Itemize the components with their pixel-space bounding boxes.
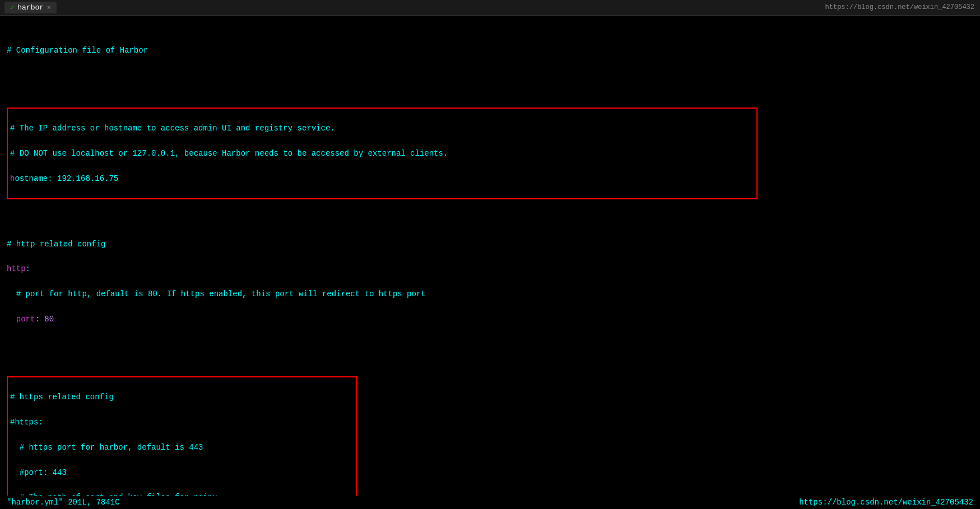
tab-label: harbor xyxy=(17,3,44,12)
status-bar: "harbor.yml" 201L, 7841C https://blog.cs… xyxy=(0,496,980,509)
status-url: https://blog.csdn.net/weixin_42705432 xyxy=(799,498,973,507)
tab-icon: ✓ xyxy=(10,3,14,12)
line-blank-3 xyxy=(7,338,973,351)
line-port-comment: # port for http, default is 80. If https… xyxy=(7,288,973,300)
line-http-comment: # http related config xyxy=(7,238,973,250)
https-block: # https related config #https: # https p… xyxy=(7,376,357,509)
line-localhost-comment: # DO NOT use localhost or 127.0.0.1, bec… xyxy=(10,147,754,160)
line-1: # Configuration file of Harbor xyxy=(7,44,973,57)
line-blank-2 xyxy=(7,213,973,225)
line-port: port: 80 xyxy=(7,313,973,325)
url-bar: https://blog.csdn.net/weixin_42705432 xyxy=(825,3,974,11)
line-ip-comment: # The IP address or hostname to access a… xyxy=(10,122,754,134)
line-http-key: http: xyxy=(7,263,973,275)
line-https-comment: # https related config xyxy=(10,391,354,403)
editor-content: # Configuration file of Harbor # The IP … xyxy=(0,16,980,509)
line-https-port: #port: 443 xyxy=(10,466,354,479)
editor-tab[interactable]: ✓ harbor × xyxy=(4,2,57,13)
line-https-key: #https: xyxy=(10,416,354,428)
hostname-block: # The IP address or hostname to access a… xyxy=(7,108,758,200)
line-blank-1 xyxy=(7,69,973,82)
title-bar: ✓ harbor × https://blog.csdn.net/weixin_… xyxy=(0,0,980,16)
line-hostname: hostname: 192.168.16.75 xyxy=(10,172,754,185)
tab-close-button[interactable]: × xyxy=(47,4,51,11)
status-file-info: "harbor.yml" 201L, 7841C xyxy=(7,498,120,507)
line-https-port-comment: # https port for harbor, default is 443 xyxy=(10,441,354,454)
